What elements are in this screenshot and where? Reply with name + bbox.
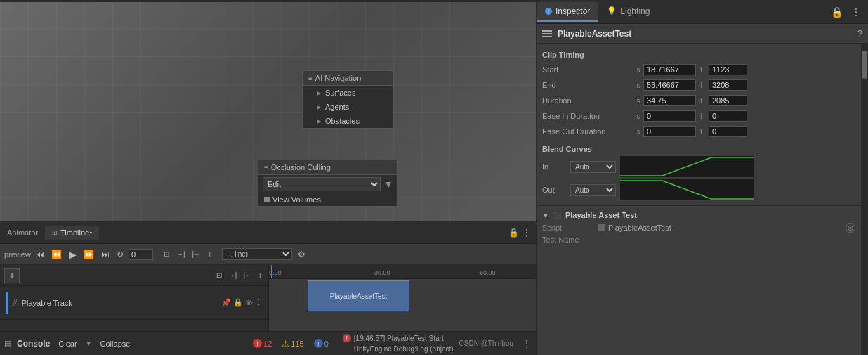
view-volumes-label: View Volumes <box>272 195 321 204</box>
tab-animator[interactable]: Animator <box>0 226 45 240</box>
start-f-label: f <box>700 66 706 74</box>
occlusion-title: Occlusion Culling <box>271 163 331 172</box>
inspector-tab-label: Inspector <box>555 6 590 16</box>
ai-nav-item-obstacles[interactable]: ▶ Obstacles <box>303 114 393 128</box>
tab-timeline[interactable]: ⊞ Timeline* <box>45 226 99 240</box>
clear-button[interactable]: Clear <box>55 338 79 349</box>
duration-f-label: f <box>700 97 706 105</box>
blend-in-label: In <box>542 162 570 171</box>
info-circle-icon: ! <box>314 339 323 348</box>
collapse-button[interactable]: Collapse <box>98 338 133 349</box>
csdn-label: CSDN @Thinbug <box>459 340 513 347</box>
ease-in-value-input[interactable]: 0 <box>643 110 696 122</box>
ai-nav-item-agents[interactable]: ▶ Agents <box>303 100 393 114</box>
ease-out-value-input[interactable]: 0 <box>643 126 696 137</box>
track-list-btn3[interactable]: |← <box>241 270 254 280</box>
start-label: Start <box>542 65 633 74</box>
property-row-duration: Duration s 34.75 f 2085 <box>537 93 861 108</box>
end-value-input[interactable]: 53.46667 <box>643 79 696 91</box>
warn-triangle-icon: ⚠ <box>282 339 289 349</box>
inspector-lock-button[interactable]: 🔒 <box>828 5 846 19</box>
end-frames-input[interactable]: 3208 <box>709 79 747 91</box>
time-input[interactable]: 0 <box>129 249 153 260</box>
inspector-scroll-thumb[interactable] <box>862 51 867 79</box>
ease-in-frames-input[interactable]: 0 <box>709 110 747 122</box>
inspector-header: PlayableAssetTest ? <box>537 24 868 44</box>
property-row-end: End s 53.46667 f 3208 <box>537 77 861 93</box>
blend-row-out: Out Auto <box>542 179 855 200</box>
lighting-tab-label: Lighting <box>620 6 650 16</box>
duration-frames-input[interactable]: 2085 <box>709 95 747 106</box>
property-row-ease-in: Ease In Duration s 0 f 0 <box>537 108 861 124</box>
ease-in-f-label: f <box>700 112 706 120</box>
zoom-out-button[interactable]: |← <box>190 249 204 259</box>
track-item-playable[interactable]: # Playable Track 📌 🔒 👁 ⋮ <box>0 286 268 320</box>
zoom-fit-button[interactable]: ⊡ <box>162 249 171 259</box>
add-track-button[interactable]: + + <box>4 268 20 283</box>
ease-out-frames-input[interactable]: 0 <box>709 126 747 137</box>
log-line2: UnityEngine.Debug:Log (object) <box>343 345 454 353</box>
inspector-more-button[interactable]: ⋮ <box>848 5 864 19</box>
tab-inspector[interactable]: i Inspector <box>537 2 598 22</box>
start-value-input[interactable]: 18.71667 <box>643 64 696 75</box>
script-row: Script PlayableAssetTest ◎ <box>542 221 855 234</box>
blend-in-select[interactable]: Auto <box>570 161 616 173</box>
property-row-ease-out: Ease Out Duration s 0 f 0 <box>537 124 861 139</box>
ruler-bar: 0.00 30.00 60.00 <box>269 265 536 279</box>
error-circle-icon: ! <box>253 339 262 348</box>
track-name-label: Playable Track <box>22 299 217 307</box>
arrow-icon-obstacles: ▶ <box>317 118 321 124</box>
track-settings-button[interactable]: ⚙ <box>298 250 305 259</box>
clip-name: PlayableAssetTest <box>330 292 388 300</box>
console-bar: ▤ Console Clear ▼ Collapse ! 12 ⚠ 115 ! … <box>0 331 536 355</box>
track-lock-button[interactable]: 🔒 <box>233 298 243 307</box>
duration-value-input[interactable]: 34.75 <box>643 95 696 106</box>
blend-out-select[interactable]: Auto <box>570 184 616 196</box>
error-count: 12 <box>263 340 272 348</box>
blend-curves-header: Blend Curves <box>542 145 855 153</box>
hamburger-icon[interactable] <box>542 30 552 37</box>
blend-out-label: Out <box>542 186 570 194</box>
track-more-button[interactable]: ⋮ <box>255 298 263 307</box>
occlusion-edit-select[interactable]: Edit <box>263 177 381 191</box>
playhead[interactable] <box>271 265 272 278</box>
track-expand-icon: # <box>13 298 18 308</box>
track-list-btn4[interactable]: ↕ <box>256 270 264 280</box>
play-button[interactable]: ▶ <box>67 247 79 262</box>
track-eye-button[interactable]: 👁 <box>245 299 253 307</box>
track-list-btn1[interactable]: ⊡ <box>214 270 224 280</box>
track-object-select[interactable]: ... line) <box>222 248 292 260</box>
inspector-help-button[interactable]: ? <box>857 28 862 39</box>
skip-to-end-button[interactable]: ⏭ <box>99 248 112 261</box>
inspector-object-title: PlayableAssetTest <box>558 29 852 39</box>
occlusion-edit-row: Edit ▼ <box>258 175 397 193</box>
timeline-ruler: 0.00 30.00 60.00 PlayableAssetTest <box>269 265 536 331</box>
occlusion-view-volumes[interactable]: View Volumes <box>258 193 397 206</box>
clip-block-playable[interactable]: PlayableAssetTest <box>308 280 409 311</box>
step-back-button[interactable]: ⏪ <box>49 248 64 261</box>
start-frames-input[interactable]: 1123 <box>709 64 747 75</box>
ease-out-label: Ease Out Duration <box>542 127 633 136</box>
test-name-label: Test Name <box>542 234 579 245</box>
blend-out-curve <box>620 179 754 200</box>
skip-to-start-button[interactable]: ⏮ <box>34 248 46 261</box>
occlusion-header: ≡ Occlusion Culling <box>258 160 397 175</box>
script-target-button[interactable]: ◎ <box>846 223 855 233</box>
track-actions: 📌 🔒 👁 ⋮ <box>221 298 263 307</box>
add-icon: + <box>9 270 15 281</box>
inspector-scrollbar[interactable] <box>861 44 868 355</box>
surfaces-label: Surfaces <box>325 89 355 97</box>
step-forward-button[interactable]: ⏩ <box>81 248 96 261</box>
inspector-content: Clip Timing Start s 18.71667 f 1123 End … <box>537 44 861 355</box>
track-pin-button[interactable]: 📌 <box>221 298 231 307</box>
loop-button[interactable]: ↻ <box>114 248 126 261</box>
ai-nav-item-surfaces[interactable]: ▶ Surfaces <box>303 86 393 100</box>
zoom-extra-button[interactable]: ↕ <box>206 249 213 259</box>
tab-lighting[interactable]: 💡 Lighting <box>598 2 658 22</box>
console-more-button[interactable]: ⋮ <box>522 338 532 349</box>
timeline-more-button[interactable]: ⋮ <box>522 227 532 238</box>
timeline-lock-button[interactable]: 🔒 <box>508 228 519 238</box>
playable-asset-section: ▼ ⬛ Playable Asset Test Script PlayableA… <box>537 205 861 248</box>
track-list-btn2[interactable]: →| <box>226 270 239 280</box>
zoom-in-button[interactable]: →| <box>174 249 188 259</box>
